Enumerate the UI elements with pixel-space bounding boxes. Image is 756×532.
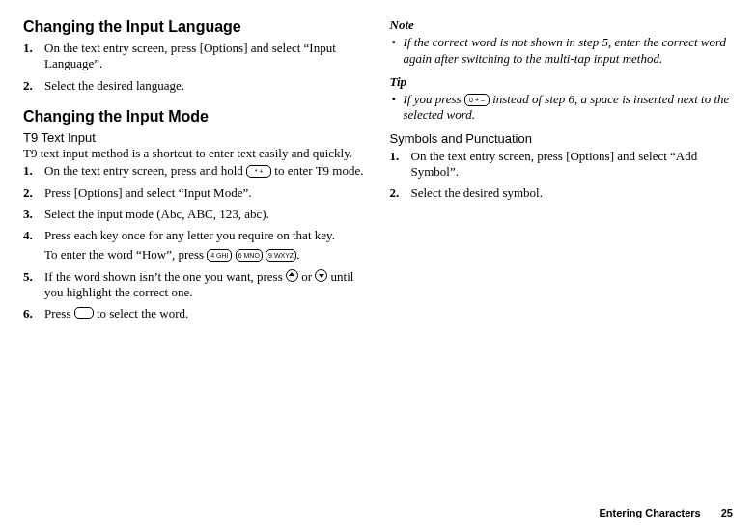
- step: 4. Press each key once for any letter yo…: [23, 228, 367, 264]
- step: 5. If the word shown isn’t the one you w…: [23, 269, 367, 301]
- step: 1.On the text entry screen, press [Optio…: [390, 149, 734, 181]
- subhead-t9-text-input: T9 Text Input: [23, 130, 367, 146]
- left-column: Changing the Input Language 1.On the tex…: [23, 17, 367, 499]
- step-text: Press [Options] and select “Input Mode”.: [44, 185, 251, 200]
- text-fragment: or: [298, 269, 315, 284]
- steps-symbols: 1.On the text entry screen, press [Optio…: [390, 149, 734, 202]
- text-fragment: Press: [44, 306, 74, 321]
- key-6-icon: 6 MNO: [236, 249, 263, 262]
- step-continuation: To enter the word “How”, press 4 GHI 6 M…: [44, 247, 367, 263]
- key-star-icon: * +: [246, 165, 271, 178]
- step: 1.On the text entry screen, press [Optio…: [23, 41, 367, 72]
- center-key-icon: [74, 307, 94, 319]
- step: 1. On the text entry screen, press and h…: [23, 163, 367, 179]
- content-columns: Changing the Input Language 1.On the tex…: [23, 17, 733, 499]
- text-fragment: If the word shown isn’t the one you want…: [44, 269, 286, 284]
- step-text: Select the input mode (Abc, ABC, 123, ab…: [44, 207, 269, 221]
- heading-change-input-language: Changing the Input Language: [23, 17, 367, 37]
- step-text: On the text entry screen, press [Options…: [44, 41, 336, 70]
- step-text: Select the desired symbol.: [411, 185, 543, 200]
- footer-page-number: 25: [721, 507, 733, 518]
- step-text: Select the desired language.: [44, 78, 184, 93]
- intro-t9: T9 text input method is a shortcut to en…: [23, 146, 367, 161]
- step-text: Press each key once for any letter you r…: [44, 228, 335, 242]
- note-list: If the correct word is not shown in step…: [390, 35, 734, 67]
- tip-item: If you press 0 + – instead of step 6, a …: [390, 92, 734, 124]
- footer-section: Entering Characters: [600, 507, 701, 518]
- subhead-symbols-punctuation: Symbols and Punctuation: [390, 131, 734, 147]
- page-footer: Entering Characters 25: [23, 499, 733, 520]
- heading-change-input-mode: Changing the Input Mode: [23, 107, 367, 126]
- step: 2.Press [Options] and select “Input Mode…: [23, 185, 367, 201]
- step-text: On the text entry screen, press [Options…: [411, 149, 698, 179]
- step: 3.Select the input mode (Abc, ABC, 123, …: [23, 207, 367, 222]
- step: 2.Select the desired symbol.: [390, 185, 734, 201]
- tip-list: If you press 0 + – instead of step 6, a …: [390, 92, 734, 124]
- note-item: If the correct word is not shown in step…: [390, 35, 734, 67]
- key-0-icon: 0 + –: [464, 94, 490, 106]
- right-column: Note If the correct word is not shown in…: [390, 17, 734, 499]
- text-fragment: to select the word.: [94, 306, 189, 321]
- text-fragment: On the text entry screen, press and hold: [44, 163, 246, 178]
- step-text: On the text entry screen, press and hold…: [44, 163, 363, 178]
- steps-change-input-language: 1.On the text entry screen, press [Optio…: [23, 41, 367, 94]
- step-text: If the word shown isn’t the one you want…: [44, 269, 353, 299]
- step-text: Press to select the word.: [44, 306, 188, 321]
- note-heading: Note: [390, 17, 734, 33]
- nav-up-icon: [286, 269, 298, 282]
- tip-heading: Tip: [390, 74, 734, 90]
- text-fragment: to enter T9 mode.: [271, 163, 363, 178]
- text-fragment: .: [296, 247, 299, 262]
- text-fragment: To enter the word “How”, press: [44, 247, 207, 262]
- text-fragment: If you press: [404, 92, 464, 106]
- step: 6. Press to select the word.: [23, 306, 367, 322]
- steps-t9: 1. On the text entry screen, press and h…: [23, 163, 367, 322]
- step: 2.Select the desired language.: [23, 78, 367, 94]
- key-4-icon: 4 GHI: [207, 249, 232, 262]
- key-9-icon: 9 WXYZ: [266, 249, 296, 262]
- nav-down-icon: [315, 269, 327, 282]
